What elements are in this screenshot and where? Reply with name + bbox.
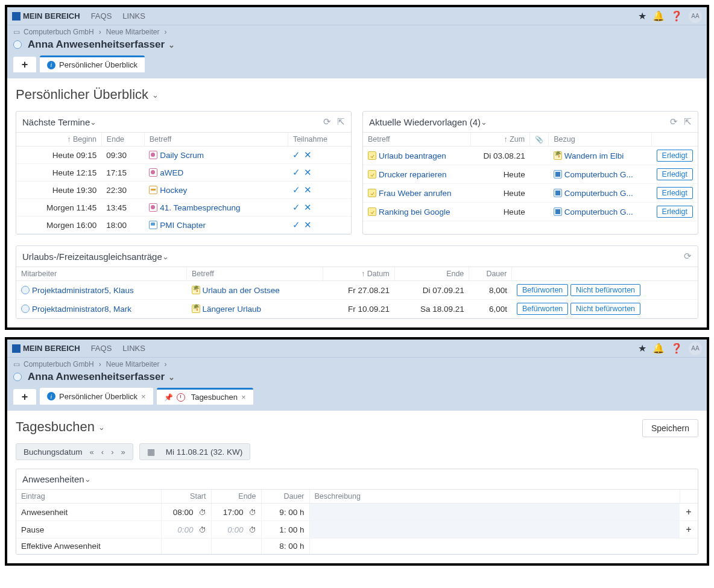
table-row[interactable]: Ranking bei Google Heute Computerbuch G.… (363, 203, 698, 221)
approve-button[interactable]: Befürworten (517, 303, 568, 315)
col-teilnahme[interactable]: Teilnahme (288, 133, 351, 147)
refresh-icon[interactable]: ⟳ (323, 116, 331, 127)
col-ende[interactable]: Ende (394, 267, 469, 281)
star-icon[interactable]: ★ (638, 343, 646, 354)
card-title[interactable]: Anwesenheiten (22, 474, 84, 484)
refresh-icon[interactable]: ⟳ (684, 251, 692, 262)
time-mins-input[interactable] (235, 508, 248, 517)
crumb-1[interactable]: Computerbuch GmbH (24, 28, 94, 36)
col-betreff[interactable]: Betreff (187, 267, 323, 281)
table-row[interactable]: Drucker reparieren Heute Computerbuch G.… (363, 165, 698, 184)
card-title[interactable]: Aktuelle Wiedervorlagen (4) (369, 117, 481, 127)
stopwatch-icon[interactable]: ⏱ (199, 526, 206, 534)
decline-icon[interactable]: ✕ (304, 220, 312, 230)
done-button[interactable]: Erledigt (657, 150, 693, 162)
stopwatch-icon[interactable]: ⏱ (199, 508, 206, 517)
bell-icon[interactable]: 🔔 (652, 10, 665, 22)
col-dauer[interactable]: Dauer (261, 490, 309, 504)
event-link[interactable]: PMI Chapter (160, 221, 206, 230)
table-row[interactable]: Heute 09:15 09:30 Daily Scrum ✓✕ (16, 147, 351, 164)
star-icon[interactable]: ★ (638, 10, 646, 22)
nav-faqs[interactable]: FAQS (91, 344, 112, 353)
col-ende[interactable]: Ende (211, 490, 261, 504)
avatar[interactable]: AA (689, 10, 702, 23)
event-link[interactable]: aWED (160, 168, 183, 177)
crumb-2[interactable]: Neue Mitarbeiter (106, 360, 160, 368)
add-row-button[interactable]: + (680, 521, 698, 539)
record-title[interactable]: Anna Anwesenheitserfasser ⌄ (13, 371, 701, 383)
cell-beschreibung[interactable] (309, 504, 680, 521)
add-row-button[interactable]: + (680, 504, 698, 521)
bell-icon[interactable]: 🔔 (652, 343, 665, 354)
pin-icon[interactable]: 📌 (164, 393, 173, 402)
accept-icon[interactable]: ✓ (292, 185, 300, 195)
col-ende[interactable]: Ende (101, 133, 144, 147)
ref-link[interactable]: Wandern im Elbi (564, 151, 624, 160)
col-mitarbeiter[interactable]: Mitarbeiter (16, 267, 187, 281)
table-row[interactable]: Morgen 16:00 18:00 PMI Chapter ✓✕ (16, 217, 351, 234)
col-beginn[interactable]: Beginn (67, 135, 96, 144)
done-button[interactable]: Erledigt (657, 206, 693, 218)
time-mins-input[interactable] (185, 525, 198, 534)
date-value-segment[interactable]: Mi 11.08.21 (32. KW) (139, 443, 251, 460)
ma-link[interactable]: Projektadministrator5, Klaus (32, 286, 134, 295)
task-link[interactable]: Drucker reparieren (379, 170, 447, 179)
nav-myarea[interactable]: MEIN BEREICH (23, 344, 80, 353)
time-hours-input[interactable] (166, 508, 185, 517)
time-hours-input[interactable] (216, 525, 235, 534)
col-betreff[interactable]: Betreff (363, 133, 470, 147)
done-button[interactable]: Erledigt (657, 187, 693, 199)
task-link[interactable]: Frau Weber anrufen (379, 189, 452, 198)
ma-link[interactable]: Projektadministrator8, Mark (32, 305, 131, 314)
tab-add-button[interactable]: + (13, 57, 36, 72)
popout-icon[interactable]: ⇱ (337, 116, 345, 127)
col-eintrag[interactable]: Eintrag (16, 490, 161, 504)
decline-icon[interactable]: ✕ (304, 202, 312, 212)
stopwatch-icon[interactable]: ⏱ (249, 508, 256, 517)
decline-icon[interactable]: ✕ (304, 150, 312, 160)
table-row[interactable]: Frau Weber anrufen Heute Computerbuch G.… (363, 184, 698, 203)
col-start[interactable]: Start (161, 490, 211, 504)
event-link[interactable]: Daily Scrum (160, 151, 204, 160)
popout-icon[interactable]: ⇱ (684, 116, 692, 127)
reject-button[interactable]: Nicht befürworten (570, 284, 640, 296)
tab-overview[interactable]: i Persönlicher Überblick × (40, 388, 153, 405)
tab-add-button[interactable]: + (13, 389, 36, 405)
vac-link[interactable]: Längerer Urlaub (203, 305, 262, 314)
vac-link[interactable]: Urlaub an der Ostsee (203, 286, 280, 295)
nav-first-icon[interactable]: « (90, 447, 94, 457)
crumb-1[interactable]: Computerbuch GmbH (24, 360, 94, 368)
table-row[interactable]: Heute 19:30 22:30 Hockey ✓✕ (16, 182, 351, 199)
ref-link[interactable]: Computerbuch G... (564, 189, 633, 198)
help-icon[interactable]: ❓ (671, 10, 683, 22)
accept-icon[interactable]: ✓ (292, 202, 300, 212)
tab-overview[interactable]: i Persönlicher Überblick (40, 55, 145, 72)
ref-link[interactable]: Computerbuch G... (564, 170, 633, 179)
col-beschreibung[interactable]: Beschreibung (309, 490, 680, 504)
table-row[interactable]: Urlaub beantragen Di 03.08.21 Wandern im… (363, 147, 698, 165)
stopwatch-icon[interactable]: ⏱ (249, 526, 256, 534)
time-mins-input[interactable] (235, 525, 248, 534)
tab-tagesbuchen[interactable]: 📌 Tagesbuchen × (157, 388, 253, 405)
table-row[interactable]: Projektadministrator5, Klaus Urlaub an d… (16, 281, 698, 300)
task-link[interactable]: Ranking bei Google (379, 207, 450, 217)
task-link[interactable]: Urlaub beantragen (379, 151, 446, 160)
reject-button[interactable]: Nicht befürworten (570, 303, 640, 315)
col-datum[interactable]: Datum (361, 270, 390, 278)
card-title[interactable]: Nächste Termine (22, 117, 90, 127)
time-mins-input[interactable] (185, 508, 198, 517)
page-title[interactable]: Persönlicher Überblick ⌄ (16, 87, 698, 103)
nav-prev-icon[interactable]: ‹ (101, 447, 104, 457)
approve-button[interactable]: Befürworten (517, 284, 568, 296)
accept-icon[interactable]: ✓ (292, 150, 300, 160)
decline-icon[interactable]: ✕ (304, 185, 312, 195)
table-row[interactable]: Pause ⏱ ⏱ 1: 00 h + (16, 521, 698, 539)
decline-icon[interactable]: ✕ (304, 167, 312, 177)
ref-link[interactable]: Computerbuch G... (564, 207, 633, 217)
event-link[interactable]: Hockey (160, 186, 187, 195)
table-row[interactable]: Anwesenheit ⏱ ⏱ 9: 00 h + (16, 504, 698, 521)
help-icon[interactable]: ❓ (671, 343, 683, 354)
event-link[interactable]: 41. Teambesprechung (160, 203, 240, 212)
avatar[interactable]: AA (689, 342, 702, 355)
refresh-icon[interactable]: ⟳ (670, 116, 678, 127)
